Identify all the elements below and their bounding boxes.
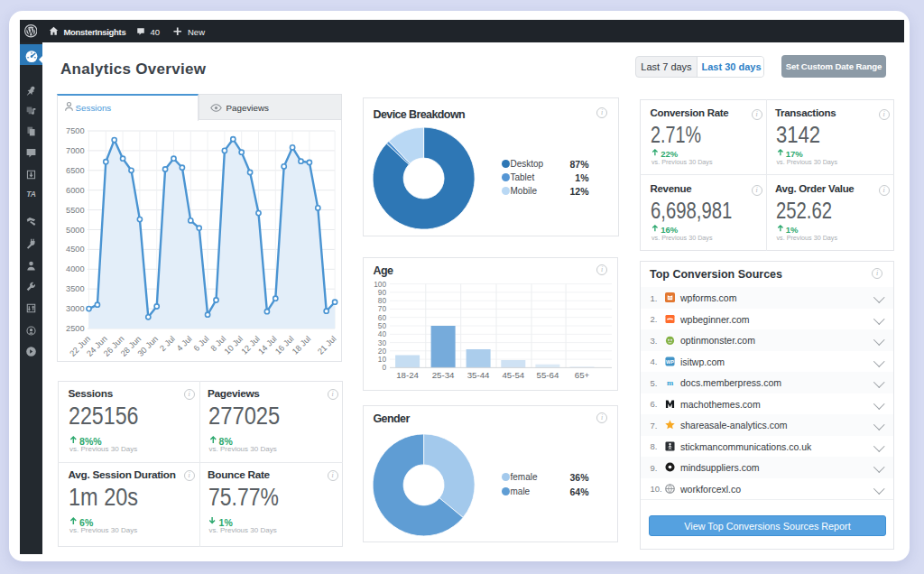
- svg-text:100: 100: [374, 280, 386, 289]
- svg-text:60: 60: [378, 313, 387, 322]
- svg-text:5500: 5500: [66, 206, 84, 215]
- svg-text:3000: 3000: [66, 304, 84, 313]
- svg-text:16 Jul: 16 Jul: [273, 334, 295, 356]
- svg-text:80: 80: [378, 296, 387, 305]
- svg-text:65+: 65+: [575, 370, 590, 380]
- svg-text:3500: 3500: [66, 284, 84, 293]
- svg-text:0: 0: [382, 363, 386, 372]
- svg-text:21 Jul: 21 Jul: [316, 334, 337, 356]
- svg-text:7500: 7500: [66, 126, 84, 135]
- svg-text:7000: 7000: [66, 146, 84, 155]
- svg-text:90: 90: [378, 288, 387, 297]
- svg-text:12 Jul: 12 Jul: [239, 334, 261, 356]
- svg-text:50: 50: [378, 321, 387, 330]
- svg-text:4 Jul: 4 Jul: [175, 334, 194, 353]
- svg-text:5000: 5000: [66, 226, 84, 235]
- svg-text:6500: 6500: [66, 166, 84, 175]
- svg-text:55-64: 55-64: [537, 370, 559, 380]
- svg-text:4000: 4000: [66, 264, 84, 273]
- svg-text:10 Jul: 10 Jul: [223, 334, 245, 356]
- svg-text:20: 20: [378, 347, 387, 356]
- svg-text:45-54: 45-54: [502, 370, 524, 380]
- svg-text:2 Jul: 2 Jul: [158, 334, 177, 353]
- svg-text:30: 30: [378, 338, 387, 347]
- svg-text:2500: 2500: [66, 324, 84, 333]
- svg-text:6000: 6000: [66, 186, 84, 195]
- svg-text:40: 40: [378, 329, 387, 338]
- svg-text:4500: 4500: [66, 245, 84, 254]
- svg-text:18-24: 18-24: [396, 370, 419, 380]
- svg-text:70: 70: [378, 304, 387, 313]
- svg-text:14 Jul: 14 Jul: [256, 334, 278, 356]
- svg-text:35-44: 35-44: [467, 370, 490, 380]
- svg-text:TA: TA: [26, 190, 36, 199]
- svg-text:6 Jul: 6 Jul: [192, 334, 211, 353]
- svg-text:WP: WP: [666, 359, 674, 365]
- svg-text:25-34: 25-34: [432, 370, 455, 380]
- svg-text:10: 10: [378, 355, 387, 364]
- svg-text:m: m: [666, 378, 673, 387]
- svg-text:18 Jul: 18 Jul: [291, 334, 312, 356]
